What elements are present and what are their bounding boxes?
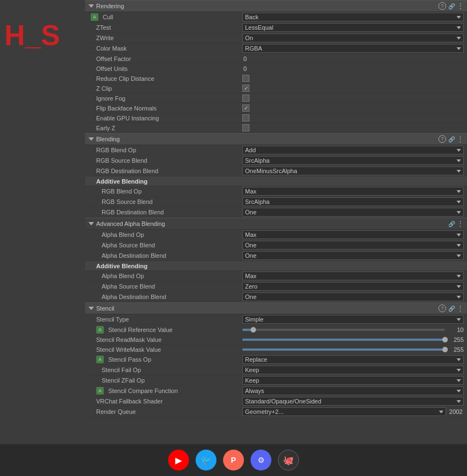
cull-dropdown[interactable]: Back bbox=[242, 13, 464, 21]
rgb-blend-op-dropdown[interactable]: Add bbox=[242, 146, 464, 154]
add-alpha-blend-op-row: Alpha Blend Op Max bbox=[85, 271, 467, 281]
blending-section-header[interactable]: Blending ? 🔗 ⋮ bbox=[85, 133, 467, 145]
ignorefog-checkbox[interactable] bbox=[242, 95, 249, 102]
youtube-button[interactable]: ▶ bbox=[168, 450, 189, 471]
rendering-section-header[interactable]: Rendering ? 🔗 ⋮ bbox=[85, 0, 467, 12]
stencil-zfail-op-dropdown[interactable]: Keep bbox=[242, 376, 464, 385]
earlyz-checkbox[interactable] bbox=[242, 124, 249, 131]
stencil-writemask-slider-fill bbox=[242, 348, 445, 351]
blending-help-icon[interactable]: ? bbox=[438, 135, 446, 143]
rgb-src-blend-value[interactable]: SrcAlpha bbox=[242, 156, 464, 165]
flipbackface-checkbox[interactable] bbox=[242, 104, 249, 112]
ignorefog-value[interactable] bbox=[242, 95, 464, 102]
advanced-alpha-more-icon[interactable]: ⋮ bbox=[457, 220, 464, 228]
reduceclip-checkbox[interactable] bbox=[242, 75, 249, 82]
patreon-button[interactable]: P bbox=[223, 450, 244, 471]
cull-value[interactable]: Back bbox=[242, 13, 464, 21]
stencil-writemask-slider-thumb[interactable] bbox=[442, 347, 448, 352]
rendering-link-icon[interactable]: 🔗 bbox=[448, 3, 455, 9]
renderqueue-value[interactable]: Geometry+2... 2002 bbox=[242, 407, 464, 416]
add-rgb-blend-op-dropdown[interactable]: Max bbox=[242, 187, 464, 196]
discord-button[interactable]: ⚙ bbox=[251, 450, 271, 471]
vrchat-fallback-value[interactable]: Standard/Opaque/OneSided bbox=[242, 397, 464, 406]
stencil-writemask-value[interactable]: 255 bbox=[242, 346, 464, 353]
rgb-src-blend-dropdown[interactable]: SrcAlpha bbox=[242, 156, 464, 165]
add-rgb-src-blend-value[interactable]: SrcAlpha bbox=[242, 197, 464, 206]
advanced-alpha-collapse-icon[interactable] bbox=[88, 222, 94, 225]
advanced-alpha-section-header[interactable]: Advanced Alpha Blending 🔗 ⋮ bbox=[85, 218, 467, 230]
add-rgb-dst-blend-value[interactable]: One bbox=[242, 208, 464, 217]
add-alpha-blend-op-dropdown[interactable]: Max bbox=[242, 272, 464, 280]
blending-more-icon[interactable]: ⋮ bbox=[457, 135, 464, 143]
earlyz-value[interactable] bbox=[242, 124, 464, 131]
colormask-dropdown[interactable]: RGBA bbox=[242, 44, 464, 53]
blending-link-icon[interactable]: 🔗 bbox=[448, 136, 455, 142]
reduceclip-value[interactable] bbox=[242, 75, 464, 82]
stencil-type-dropdown[interactable]: Simple bbox=[242, 315, 464, 324]
add-rgb-src-blend-dropdown[interactable]: SrcAlpha bbox=[242, 197, 464, 206]
zclip-value[interactable] bbox=[242, 85, 464, 92]
add-alpha-src-blend-dropdown[interactable]: Zero bbox=[242, 282, 464, 291]
stencil-fail-op-value[interactable]: Keep bbox=[242, 366, 464, 374]
add-rgb-blend-op-value[interactable]: Max bbox=[242, 187, 464, 196]
add-alpha-blend-op-value[interactable]: Max bbox=[242, 272, 464, 280]
stencil-fail-op-dropdown[interactable]: Keep bbox=[242, 366, 464, 374]
stencil-readmask-slider-thumb[interactable] bbox=[442, 337, 448, 342]
stencil-link-icon[interactable]: 🔗 bbox=[448, 306, 455, 312]
rendering-help-icon[interactable]: ? bbox=[438, 2, 446, 10]
colormask-value[interactable]: RGBA bbox=[242, 44, 464, 53]
enablegpu-checkbox[interactable] bbox=[242, 114, 249, 121]
twitter-button[interactable]: 🐦 bbox=[196, 450, 216, 471]
stencil-writemask-slider-track[interactable] bbox=[242, 348, 445, 351]
add-alpha-dst-blend-value[interactable]: One bbox=[242, 292, 464, 301]
stencil-ref-value[interactable]: 10 bbox=[242, 326, 464, 333]
advanced-alpha-link-icon[interactable]: 🔗 bbox=[448, 221, 455, 227]
stencil-compare-dropdown[interactable]: Always bbox=[242, 386, 464, 395]
alpha-dst-blend-value[interactable]: One bbox=[242, 251, 464, 260]
stencil-writemask-label: Stencil WriteMask Value bbox=[88, 346, 242, 353]
alpha-dst-blend-label: Alpha Destination Blend bbox=[88, 252, 242, 259]
ztest-dropdown[interactable]: LessEqual bbox=[242, 23, 464, 32]
stencil-compare-value[interactable]: Always bbox=[242, 386, 464, 395]
stencil-ref-slider-container[interactable]: 10 bbox=[242, 326, 464, 333]
github-button[interactable]: 🐙 bbox=[278, 450, 299, 471]
zwrite-dropdown[interactable]: On bbox=[242, 34, 464, 42]
stencil-ref-slider-track[interactable] bbox=[242, 329, 445, 331]
vrchat-fallback-dropdown[interactable]: Standard/Opaque/OneSided bbox=[242, 397, 464, 406]
enablegpu-value[interactable] bbox=[242, 114, 464, 121]
alpha-src-blend-dropdown[interactable]: One bbox=[242, 241, 464, 250]
stencil-collapse-icon[interactable] bbox=[88, 307, 94, 310]
zwrite-value[interactable]: On bbox=[242, 34, 464, 42]
rgb-blend-op-value[interactable]: Add bbox=[242, 146, 464, 154]
stencil-more-icon[interactable]: ⋮ bbox=[457, 305, 464, 312]
renderqueue-dropdown[interactable]: Geometry+2... bbox=[242, 407, 446, 416]
stencil-readmask-slider-container[interactable]: 255 bbox=[242, 336, 464, 343]
stencil-pass-op-dropdown[interactable]: Replace bbox=[242, 355, 464, 364]
rendering-collapse-icon[interactable] bbox=[88, 4, 94, 8]
alpha-dst-blend-dropdown[interactable]: One bbox=[242, 251, 464, 260]
stencil-readmask-value[interactable]: 255 bbox=[242, 336, 464, 343]
stencil-readmask-slider-track[interactable] bbox=[242, 339, 445, 341]
flipbackface-value[interactable] bbox=[242, 104, 464, 112]
add-alpha-src-blend-value[interactable]: Zero bbox=[242, 282, 464, 291]
zclip-checkbox[interactable] bbox=[242, 85, 249, 92]
add-rgb-dst-blend-dropdown[interactable]: One bbox=[242, 208, 464, 217]
rgb-dst-blend-dropdown[interactable]: OneMinusSrcAlpha bbox=[242, 167, 464, 175]
alpha-blend-op-dropdown[interactable]: Max bbox=[242, 230, 464, 239]
stencil-zfail-op-value[interactable]: Keep bbox=[242, 376, 464, 385]
stencil-section-header[interactable]: Stencil ? 🔗 ⋮ bbox=[85, 302, 467, 314]
ztest-value[interactable]: LessEqual bbox=[242, 23, 464, 32]
rendering-more-icon[interactable]: ⋮ bbox=[457, 2, 464, 10]
stencil-type-row: Stencil Type Simple bbox=[85, 314, 467, 325]
blending-collapse-icon[interactable] bbox=[88, 137, 94, 141]
rgb-dst-blend-value[interactable]: OneMinusSrcAlpha bbox=[242, 167, 464, 175]
stencil-writemask-slider-container[interactable]: 255 bbox=[242, 346, 464, 353]
add-alpha-dst-blend-dropdown[interactable]: One bbox=[242, 292, 464, 301]
stencil-help-icon[interactable]: ? bbox=[438, 305, 446, 312]
stencil-type-value[interactable]: Simple bbox=[242, 315, 464, 324]
alpha-blend-op-value[interactable]: Max bbox=[242, 230, 464, 239]
alpha-src-blend-value[interactable]: One bbox=[242, 241, 464, 250]
stencil-pass-op-value[interactable]: Replace bbox=[242, 355, 464, 364]
stencil-ref-slider-thumb[interactable] bbox=[251, 327, 256, 333]
offsetfactor-row: Offset Factor 0 bbox=[85, 54, 467, 64]
